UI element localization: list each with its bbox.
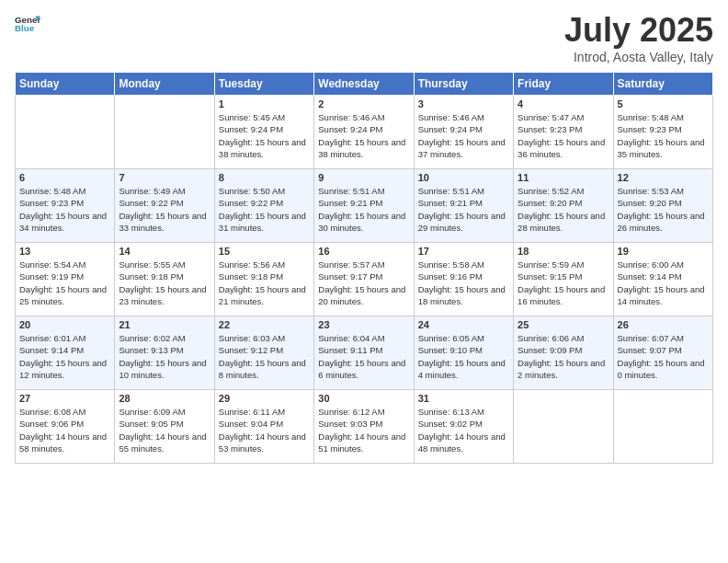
- col-sunday: Sunday: [16, 73, 115, 96]
- day-number: 15: [219, 246, 310, 257]
- cell-info: Sunrise: 5:45 AMSunset: 9:24 PMDaylight:…: [219, 111, 310, 160]
- cell-info: Sunrise: 6:11 AMSunset: 9:04 PMDaylight:…: [219, 406, 310, 454]
- cell-info: Sunrise: 5:48 AMSunset: 9:23 PMDaylight:…: [618, 111, 709, 160]
- col-monday: Monday: [115, 73, 214, 96]
- table-row: 2Sunrise: 5:46 AMSunset: 9:24 PMDaylight…: [314, 96, 414, 169]
- table-row: 23Sunrise: 6:04 AMSunset: 9:11 PMDayligh…: [314, 316, 414, 390]
- day-number: 25: [518, 319, 609, 330]
- table-row: [514, 390, 613, 464]
- table-row: 29Sunrise: 6:11 AMSunset: 9:04 PMDayligh…: [214, 390, 313, 464]
- cell-info: Sunrise: 5:50 AMSunset: 9:22 PMDaylight:…: [219, 185, 310, 234]
- title-block: July 2025 Introd, Aosta Valley, Italy: [564, 11, 713, 64]
- day-number: 11: [518, 172, 609, 183]
- table-row: 24Sunrise: 6:05 AMSunset: 9:10 PMDayligh…: [414, 316, 513, 390]
- header: General Blue July 2025 Introd, Aosta Val…: [15, 11, 713, 64]
- day-number: 12: [618, 172, 709, 183]
- table-row: 3Sunrise: 5:46 AMSunset: 9:24 PMDaylight…: [414, 96, 513, 169]
- day-number: 6: [19, 172, 110, 183]
- cell-info: Sunrise: 5:46 AMSunset: 9:24 PMDaylight:…: [318, 111, 409, 160]
- day-number: 9: [318, 172, 409, 183]
- day-number: 21: [119, 319, 210, 330]
- cell-info: Sunrise: 5:53 AMSunset: 9:20 PMDaylight:…: [618, 185, 709, 234]
- cell-info: Sunrise: 5:52 AMSunset: 9:20 PMDaylight:…: [518, 185, 609, 234]
- table-row: 11Sunrise: 5:52 AMSunset: 9:20 PMDayligh…: [514, 169, 613, 243]
- svg-text:Blue: Blue: [15, 23, 35, 33]
- table-row: 9Sunrise: 5:51 AMSunset: 9:21 PMDaylight…: [314, 169, 414, 243]
- day-number: 2: [318, 98, 409, 109]
- day-number: 20: [19, 319, 110, 330]
- table-row: 17Sunrise: 5:58 AMSunset: 9:16 PMDayligh…: [414, 243, 513, 316]
- table-row: 14Sunrise: 5:55 AMSunset: 9:18 PMDayligh…: [115, 243, 214, 316]
- cell-info: Sunrise: 6:08 AMSunset: 9:06 PMDaylight:…: [19, 406, 110, 454]
- cell-info: Sunrise: 5:55 AMSunset: 9:18 PMDaylight:…: [119, 259, 210, 307]
- cell-info: Sunrise: 6:03 AMSunset: 9:12 PMDaylight:…: [219, 332, 310, 381]
- table-row: 28Sunrise: 6:09 AMSunset: 9:05 PMDayligh…: [115, 390, 214, 464]
- table-row: [115, 96, 214, 169]
- table-row: [613, 390, 712, 464]
- day-number: 18: [518, 246, 609, 257]
- day-number: 30: [318, 393, 409, 404]
- table-row: 19Sunrise: 6:00 AMSunset: 9:14 PMDayligh…: [613, 243, 712, 316]
- calendar-table: Sunday Monday Tuesday Wednesday Thursday…: [15, 72, 713, 464]
- day-number: 17: [418, 246, 509, 257]
- cell-info: Sunrise: 6:00 AMSunset: 9:14 PMDaylight:…: [618, 259, 709, 307]
- cell-info: Sunrise: 6:04 AMSunset: 9:11 PMDaylight:…: [318, 332, 409, 381]
- table-row: 12Sunrise: 5:53 AMSunset: 9:20 PMDayligh…: [613, 169, 712, 243]
- cell-info: Sunrise: 5:51 AMSunset: 9:21 PMDaylight:…: [418, 185, 509, 234]
- table-row: 20Sunrise: 6:01 AMSunset: 9:14 PMDayligh…: [16, 316, 115, 390]
- day-number: 8: [219, 172, 310, 183]
- day-number: 4: [518, 98, 609, 109]
- cell-info: Sunrise: 5:57 AMSunset: 9:17 PMDaylight:…: [318, 259, 409, 307]
- page: General Blue July 2025 Introd, Aosta Val…: [0, 0, 728, 563]
- table-row: 31Sunrise: 6:13 AMSunset: 9:02 PMDayligh…: [414, 390, 513, 464]
- day-number: 29: [219, 393, 310, 404]
- cell-info: Sunrise: 6:13 AMSunset: 9:02 PMDaylight:…: [418, 406, 509, 454]
- table-row: 10Sunrise: 5:51 AMSunset: 9:21 PMDayligh…: [414, 169, 513, 243]
- location: Introd, Aosta Valley, Italy: [564, 50, 713, 64]
- day-number: 1: [219, 98, 310, 109]
- cell-info: Sunrise: 6:01 AMSunset: 9:14 PMDaylight:…: [19, 332, 110, 381]
- col-tuesday: Tuesday: [214, 73, 313, 96]
- cell-info: Sunrise: 5:47 AMSunset: 9:23 PMDaylight:…: [518, 111, 609, 160]
- day-number: 7: [119, 172, 210, 183]
- cell-info: Sunrise: 6:05 AMSunset: 9:10 PMDaylight:…: [418, 332, 509, 381]
- day-number: 28: [119, 393, 210, 404]
- day-number: 31: [418, 393, 509, 404]
- day-number: 19: [618, 246, 709, 257]
- cell-info: Sunrise: 6:02 AMSunset: 9:13 PMDaylight:…: [119, 332, 210, 381]
- table-row: 18Sunrise: 5:59 AMSunset: 9:15 PMDayligh…: [514, 243, 613, 316]
- cell-info: Sunrise: 5:48 AMSunset: 9:23 PMDaylight:…: [19, 185, 110, 234]
- table-row: 7Sunrise: 5:49 AMSunset: 9:22 PMDaylight…: [115, 169, 214, 243]
- cell-info: Sunrise: 6:06 AMSunset: 9:09 PMDaylight:…: [518, 332, 609, 381]
- table-row: 13Sunrise: 5:54 AMSunset: 9:19 PMDayligh…: [16, 243, 115, 316]
- day-number: 24: [418, 319, 509, 330]
- col-friday: Friday: [514, 73, 613, 96]
- day-number: 23: [318, 319, 409, 330]
- col-saturday: Saturday: [613, 73, 712, 96]
- cell-info: Sunrise: 5:54 AMSunset: 9:19 PMDaylight:…: [19, 259, 110, 307]
- logo-icon: General Blue: [15, 11, 40, 37]
- logo: General Blue: [15, 11, 40, 37]
- day-number: 10: [418, 172, 509, 183]
- table-row: 6Sunrise: 5:48 AMSunset: 9:23 PMDaylight…: [16, 169, 115, 243]
- cell-info: Sunrise: 6:12 AMSunset: 9:03 PMDaylight:…: [318, 406, 409, 454]
- day-number: 16: [318, 246, 409, 257]
- cell-info: Sunrise: 6:07 AMSunset: 9:07 PMDaylight:…: [618, 332, 709, 381]
- table-row: 22Sunrise: 6:03 AMSunset: 9:12 PMDayligh…: [214, 316, 313, 390]
- day-number: 13: [19, 246, 110, 257]
- cell-info: Sunrise: 5:49 AMSunset: 9:22 PMDaylight:…: [119, 185, 210, 234]
- table-row: 8Sunrise: 5:50 AMSunset: 9:22 PMDaylight…: [214, 169, 313, 243]
- month-title: July 2025: [564, 11, 713, 50]
- day-number: 26: [618, 319, 709, 330]
- day-number: 22: [219, 319, 310, 330]
- day-number: 3: [418, 98, 509, 109]
- table-row: 15Sunrise: 5:56 AMSunset: 9:18 PMDayligh…: [214, 243, 313, 316]
- table-row: 4Sunrise: 5:47 AMSunset: 9:23 PMDaylight…: [514, 96, 613, 169]
- table-row: 16Sunrise: 5:57 AMSunset: 9:17 PMDayligh…: [314, 243, 414, 316]
- table-row: 5Sunrise: 5:48 AMSunset: 9:23 PMDaylight…: [613, 96, 712, 169]
- day-number: 27: [19, 393, 110, 404]
- table-row: 25Sunrise: 6:06 AMSunset: 9:09 PMDayligh…: [514, 316, 613, 390]
- table-row: [16, 96, 115, 169]
- col-thursday: Thursday: [414, 73, 513, 96]
- day-number: 5: [618, 98, 709, 109]
